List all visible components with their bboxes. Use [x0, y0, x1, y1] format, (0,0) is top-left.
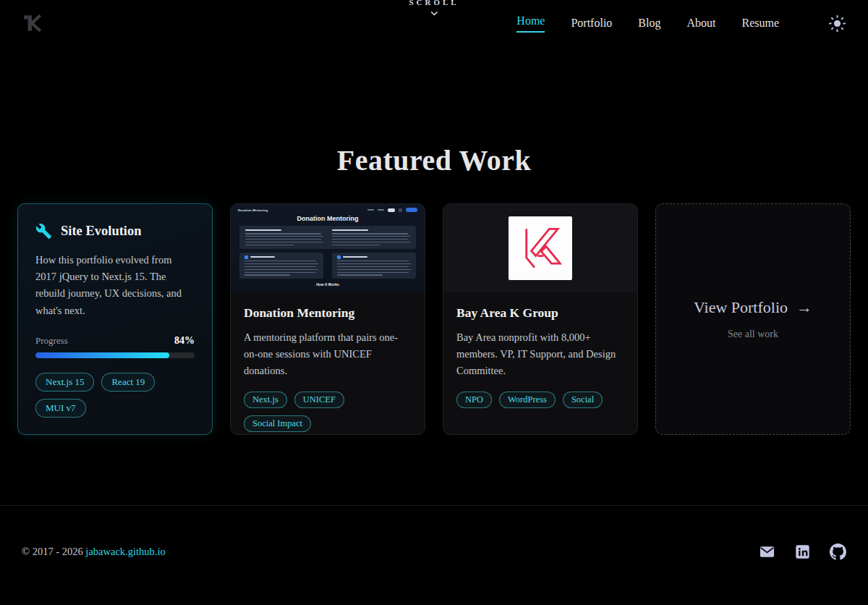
linkedin-link[interactable]	[795, 544, 810, 559]
skeleton-heading	[245, 229, 281, 231]
card-site-evolution[interactable]: Site Evolution How this portfolio evolve…	[17, 203, 213, 435]
tag-chip: Social	[563, 392, 603, 408]
mini-section	[332, 253, 416, 279]
skeleton-heading	[332, 229, 368, 231]
scroll-indicator[interactable]: SCROLL	[409, 0, 459, 20]
arrow-right-icon: →	[796, 298, 812, 317]
skeleton-line	[245, 245, 294, 246]
mini-blue-icon	[337, 255, 341, 259]
skeleton-line	[244, 272, 316, 274]
github-link[interactable]	[830, 543, 846, 560]
mini-column	[245, 229, 323, 245]
skeleton-line	[244, 269, 318, 271]
skeleton-line	[245, 236, 323, 237]
scroll-label: SCROLL	[409, 0, 459, 7]
skeleton-line	[337, 272, 409, 274]
card-bay-area-k-group[interactable]: Bay Area K Group Bay Area nonprofit with…	[443, 203, 638, 435]
skeleton-line	[244, 266, 316, 268]
email-link[interactable]	[759, 543, 775, 560]
card-title: Site Evolution	[61, 224, 142, 239]
k-group-thumbnail	[443, 204, 637, 292]
link-label: See the journey	[35, 434, 105, 435]
tag-chip: Social Impact	[244, 415, 311, 432]
skeleton-heading	[250, 256, 276, 258]
copyright: © 2017 - 2026 jabawack.github.io	[22, 546, 166, 558]
mini-nav-link	[378, 209, 384, 211]
footer: © 2017 - 2026 jabawack.github.io	[0, 505, 868, 560]
mini-nav	[367, 208, 417, 212]
skeleton-line	[332, 239, 408, 240]
tk-monogram-icon	[22, 14, 43, 33]
nav-item-portfolio[interactable]: Portfolio	[571, 17, 612, 30]
skeleton-line	[245, 239, 321, 240]
skeleton-line	[332, 236, 410, 237]
mini-column	[332, 229, 410, 245]
skeleton-line	[332, 233, 408, 234]
skeleton-line	[337, 274, 383, 276]
email-icon	[759, 543, 775, 560]
skeleton-line	[244, 261, 316, 262]
tag-list: Next.js 15 React 19 MUI v7	[35, 373, 195, 418]
mini-blue-icon	[244, 255, 248, 259]
mini-nav-link	[367, 209, 374, 211]
mini-section-header	[244, 255, 318, 259]
wrench-icon	[35, 223, 52, 240]
card-description: How this portfolio evolved from 2017 jQu…	[35, 252, 195, 319]
chevron-down-icon	[426, 7, 442, 20]
card-title: Bay Area K Group	[456, 305, 624, 321]
mini-heading: Donation Mentoring	[231, 215, 425, 222]
card-description: A mentoring platform that pairs one-on-o…	[244, 329, 412, 380]
tag-chip: NPO	[456, 392, 492, 408]
tag-chip: MUI v7	[35, 399, 86, 418]
mini-theme-square	[399, 208, 402, 212]
progress-label: Progress	[35, 335, 68, 347]
view-portfolio-text: View Portfolio	[694, 298, 788, 317]
progress-header: Progress 84%	[35, 335, 195, 347]
mini-cta-button	[406, 208, 417, 212]
card-content: Donation Mentoring A mentoring platform …	[231, 292, 425, 432]
tag-chip: React 19	[101, 373, 155, 392]
theme-toggle-button[interactable]	[828, 14, 846, 33]
linkedin-icon	[795, 544, 810, 559]
nav-item-about[interactable]: About	[686, 17, 715, 30]
mini-sections	[239, 253, 416, 279]
see-the-journey-link[interactable]: See the journey →	[35, 434, 195, 435]
nav-item-home[interactable]: Home	[516, 14, 545, 33]
skeleton-heading	[343, 256, 368, 258]
featured-work-grid: Site Evolution How this portfolio evolve…	[0, 203, 868, 435]
k-group-logo-icon	[518, 224, 563, 272]
skeleton-line	[245, 242, 323, 243]
page-title: Featured Work	[0, 143, 868, 177]
sun-icon	[828, 14, 846, 33]
tag-chip: Next.js 15	[35, 373, 94, 392]
tag-chip: UNICEF	[294, 392, 344, 408]
skeleton-line	[337, 261, 409, 262]
card-title: Donation Mentoring	[244, 305, 412, 321]
skeleton-line	[244, 263, 318, 265]
skeleton-line	[332, 242, 410, 243]
mini-footer-heading: How It Works	[231, 282, 425, 287]
site-link[interactable]: jabawack.github.io	[85, 546, 165, 557]
nav-item-resume[interactable]: Resume	[741, 17, 779, 30]
card-donation-mentoring[interactable]: Donation Mentoring Donation Mentoring	[230, 203, 425, 435]
mini-panel	[239, 226, 416, 249]
progress-value: 84%	[174, 335, 195, 347]
progress-bar	[35, 352, 195, 358]
card-description: Bay Area nonprofit with 8,000+ members. …	[456, 329, 624, 380]
arrow-right-icon: →	[111, 434, 123, 435]
mini-section-header	[337, 255, 411, 259]
github-icon	[830, 543, 846, 560]
skeleton-line	[245, 233, 321, 234]
main-nav: Home Portfolio Blog About Resume	[516, 14, 846, 33]
see-all-work-label: See all work	[728, 329, 778, 340]
nav-item-blog[interactable]: Blog	[638, 17, 660, 30]
site-logo[interactable]	[22, 14, 43, 33]
mini-section	[239, 253, 323, 279]
skeleton-line	[337, 269, 411, 271]
tag-chip: WordPress	[499, 392, 556, 408]
tag-list: Next.js UNICEF Social Impact	[244, 392, 412, 432]
card-title-row: Site Evolution	[35, 223, 195, 240]
mini-logo: Donation Mentoring	[238, 208, 268, 212]
card-view-portfolio[interactable]: View Portfolio → See all work	[655, 203, 851, 435]
tag-chip: Next.js	[244, 392, 287, 408]
